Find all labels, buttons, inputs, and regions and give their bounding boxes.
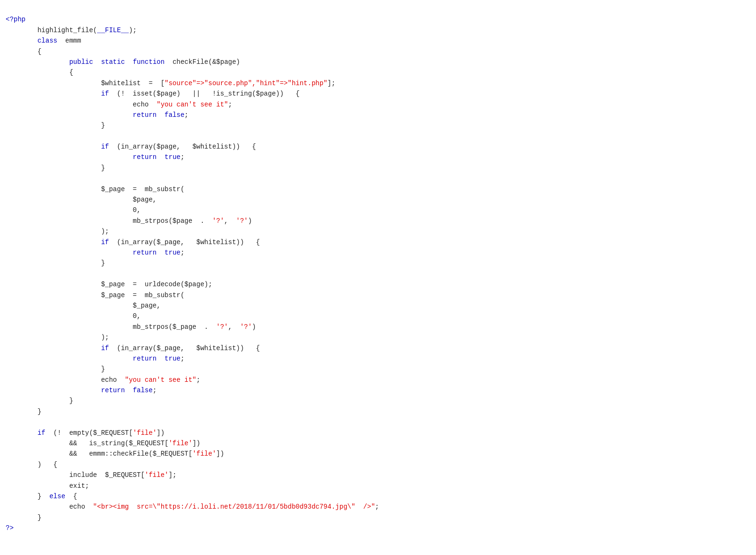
code-token: }: [6, 408, 42, 415]
code-token: true: [165, 355, 181, 362]
code-line: [0, 131, 756, 141]
code-token: $_page,: [6, 302, 161, 309]
code-token: [125, 387, 133, 394]
code-line: return true;: [0, 152, 756, 162]
code-line: $page,: [0, 194, 756, 205]
code-line: echo "<br><img src=\"https://i.loli.net/…: [0, 502, 756, 512]
code-token: (in_array($page, $whitelist)) {: [109, 143, 256, 150]
code-line: [0, 173, 756, 184]
code-token: return: [133, 249, 156, 256]
code-token: highlight_file(: [6, 26, 97, 34]
code-line: include $_REQUEST['file'];: [0, 470, 756, 480]
code-token: ;: [228, 101, 232, 108]
code-token: [6, 37, 37, 44]
code-token: {: [6, 48, 42, 55]
code-token: $page,: [6, 196, 156, 203]
code-line: [0, 417, 756, 427]
code-line: } else {: [0, 491, 756, 502]
code-token: ,: [224, 217, 236, 225]
code-token: );: [6, 334, 109, 341]
code-token: }: [6, 365, 105, 373]
code-token: mb_strpos($_page .: [6, 323, 216, 331]
code-token: echo: [6, 503, 93, 511]
code-token: if: [101, 238, 109, 246]
code-line: }: [0, 258, 756, 268]
code-token: ;: [181, 153, 184, 161]
code-line: $_page,: [0, 300, 756, 311]
code-line: return false;: [0, 385, 756, 396]
code-token: if: [101, 90, 109, 97]
code-token: [6, 249, 133, 256]
code-token: );: [129, 26, 137, 34]
code-token: false: [165, 111, 184, 119]
code-line: public static function checkFile(&$page): [0, 57, 756, 67]
code-token: else: [49, 493, 65, 500]
code-line: && emmm::checkFile($_REQUEST['file']): [0, 449, 756, 459]
code-token: [6, 344, 101, 352]
code-token: __FILE__: [97, 26, 129, 34]
code-token: [156, 153, 165, 161]
code-token: emmm: [57, 37, 81, 44]
code-token: ,: [228, 323, 240, 331]
code-token: ) {: [6, 461, 57, 468]
code-token: return: [133, 153, 156, 161]
code-token: ): [248, 217, 252, 225]
code-token: [6, 111, 133, 119]
code-line: }: [0, 163, 756, 173]
code-token: <?php: [6, 16, 26, 23]
code-token: [6, 429, 37, 437]
code-token: (! empty($_REQUEST[: [45, 429, 133, 437]
code-token: ;: [196, 376, 200, 384]
code-line: {: [0, 67, 756, 78]
code-line: ?>: [0, 523, 756, 533]
code-token: ]): [192, 440, 200, 447]
code-token: 0,: [6, 206, 141, 214]
code-line: mb_strpos($page . '?', '?'): [0, 216, 756, 226]
code-line: <?php: [0, 14, 756, 25]
code-token: ?>: [6, 524, 14, 532]
code-line: }: [0, 120, 756, 131]
code-token: 'file': [192, 450, 216, 458]
code-token: [6, 387, 101, 394]
code-line: }: [0, 406, 756, 417]
code-token: }: [6, 164, 105, 172]
code-line: );: [0, 226, 756, 237]
code-line: 0,: [0, 311, 756, 321]
code-token: $_page = urldecode($page);: [6, 281, 212, 288]
code-container: <?php highlight_file(__FILE__); class em…: [0, 0, 756, 537]
code-token: if: [37, 429, 45, 437]
code-line: 0,: [0, 205, 756, 215]
code-token: [156, 355, 165, 362]
code-token: echo: [6, 101, 156, 108]
code-token: ];: [328, 79, 336, 87]
code-line: if (in_array($_page, $whitelist)) {: [0, 237, 756, 247]
code-token: return: [133, 111, 156, 119]
code-token: 0,: [6, 312, 141, 320]
code-line: class emmm: [0, 35, 756, 46]
code-token: 'file': [145, 471, 168, 479]
code-line: mb_strpos($_page . '?', '?'): [0, 322, 756, 332]
code-line: $whitelist = ["source"=>"source.php","hi…: [0, 78, 756, 88]
code-line: if (! empty($_REQUEST['file']): [0, 428, 756, 438]
code-token: ;: [375, 503, 379, 511]
code-token: if: [101, 143, 109, 150]
code-token: ;: [153, 387, 156, 394]
code-token: '?': [236, 217, 248, 225]
code-line: {: [0, 46, 756, 57]
code-token: function: [133, 58, 165, 66]
code-token: "you can't see it": [125, 376, 196, 384]
code-token: class: [37, 37, 57, 44]
code-token: {: [6, 69, 73, 76]
code-line: }: [0, 512, 756, 523]
code-line: && is_string($_REQUEST['file']): [0, 438, 756, 449]
code-token: 'file': [133, 429, 156, 437]
code-line: if (in_array($_page, $whitelist)) {: [0, 343, 756, 353]
code-line: return true;: [0, 247, 756, 258]
code-token: }: [6, 514, 42, 521]
code-token: [93, 58, 101, 66]
code-line: $_page = urldecode($page);: [0, 279, 756, 290]
code-token: }: [6, 397, 73, 405]
code-token: $whitelist = [: [6, 79, 165, 87]
code-line: echo "you can't see it";: [0, 99, 756, 110]
code-line: highlight_file(__FILE__);: [0, 25, 756, 35]
